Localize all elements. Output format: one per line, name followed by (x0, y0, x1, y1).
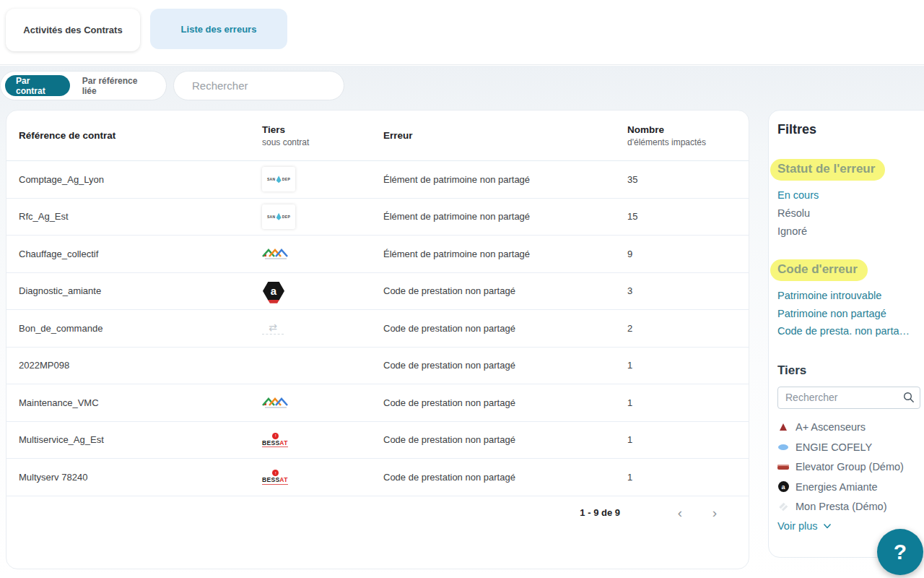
tiers-item[interactable]: Mon Presta (Démo) (777, 497, 924, 517)
table-header-row: Référence de contrat Tiers sous contrat … (6, 111, 749, 161)
tiers-logo-cell: ⇄ (262, 322, 383, 335)
pagination-range-label: 1 - 9 de 9 (580, 507, 620, 518)
count-cell: 1 (627, 397, 749, 408)
count-cell: 15 (627, 211, 749, 222)
column-subtitle: sous contrat (262, 137, 383, 148)
chevron-down-icon (823, 523, 832, 530)
errors-table-card: Référence de contrat Tiers sous contrat … (6, 110, 749, 569)
filter-item[interactable]: Code de presta. non parta… (777, 322, 923, 340)
error-cell: Code de prestation non partagé (383, 285, 627, 296)
toggle-label: Par référence liée (82, 76, 138, 96)
bessat-logo: ! BESSAT (262, 433, 288, 448)
error-cell: Code de prestation non partagé (383, 360, 627, 371)
tiers-item-label: Elevator Group (Démo) (796, 461, 904, 473)
filter-item[interactable]: En cours (777, 186, 924, 204)
tiers-logo-cell (262, 397, 383, 408)
search-input[interactable] (192, 79, 336, 92)
table-row[interactable]: Maintenance_VMC Code de prestation non p… (6, 384, 749, 422)
error-cell: Code de prestation non partagé (383, 323, 627, 334)
contract-reference-cell: Diagnostic_amiante (19, 285, 262, 296)
filter-item[interactable]: Patrimoine non partagé (777, 305, 923, 323)
toggle-par-contrat[interactable]: Par contrat (5, 75, 70, 96)
filter-item-label: Patrimoine non partagé (777, 308, 886, 319)
contract-reference-cell: Chauffage_collectif (19, 249, 262, 259)
filter-item[interactable]: Ignoré (777, 223, 924, 241)
contract-reference-cell: 2022MP098 (19, 360, 262, 371)
amiante-hex-logo: a (262, 280, 285, 302)
filter-item[interactable]: Patrimoine introuvable (777, 287, 923, 305)
tiers-item[interactable]: A+ Ascenseurs (777, 418, 924, 438)
table-row[interactable]: Chauffage_collectif Élément de patrimoin… (6, 236, 749, 273)
filter-item-label: Code de presta. non parta… (777, 325, 910, 337)
tiers-item-label: Mon Presta (Démo) (796, 501, 887, 512)
table-row[interactable]: Multiservice_Ag_Est ! BESSAT Code de pre… (6, 422, 749, 460)
status-error-section-title: Statut de l'erreur (770, 159, 885, 181)
monpresta-logo-icon (779, 502, 788, 511)
contract-reference-cell: Comptage_Ag_Lyon (19, 174, 262, 185)
table-row[interactable]: Multyserv 78240 ! BESSAT Code de prestat… (6, 459, 749, 496)
count-cell: 3 (627, 285, 749, 296)
tiers-logo-cell: a (262, 280, 383, 302)
error-cell: Élément de patrimoine non partagé (383, 211, 627, 222)
error-cell: Code de prestation non partagé (383, 472, 627, 483)
contract-reference-cell: Bon_de_commande (19, 323, 262, 334)
error-cell: Élément de patrimoine non partagé (383, 174, 627, 185)
table-row[interactable]: Comptage_Ag_Lyon SAN DEP Élément de patr… (6, 161, 749, 199)
filters-title: Filtres (777, 122, 924, 137)
column-header-nombre: Nombre d'éléments impactés (627, 124, 749, 148)
count-cell: 2 (627, 323, 749, 334)
bessat-logo: ! BESSAT (262, 470, 288, 485)
tab-label: Liste des erreurs (181, 24, 257, 35)
count-cell: 35 (627, 174, 749, 185)
tiers-item-label: ENGIE COFELY (796, 441, 872, 453)
code-error-section-title: Code d'erreur (770, 259, 868, 281)
sandep-logo: SAN DEP (262, 204, 295, 229)
aplus-logo-icon (780, 423, 787, 431)
table-row[interactable]: Bon_de_commande ⇄ Code de prestation non… (6, 310, 749, 348)
column-header-reference: Référence de contrat (19, 129, 262, 142)
tiers-search-input[interactable] (777, 387, 920, 409)
pagination-next-button[interactable]: › (702, 501, 727, 525)
tiers-search (777, 387, 920, 409)
voir-plus-label: Voir plus (777, 520, 818, 532)
tiers-item[interactable]: a Energies Amiante (777, 477, 924, 497)
tiers-item[interactable]: ENGIE COFELY (777, 437, 924, 457)
tab-activites-des-contrats[interactable]: Activités des Contrats (6, 9, 140, 51)
filter-item[interactable]: Résolu (777, 204, 924, 223)
sandep-logo: SAN DEP (262, 167, 295, 191)
pagination: 1 - 9 de 9 ‹ › (6, 499, 749, 527)
table-row[interactable]: Rfc_Ag_Est SAN DEP Élément de patrimoine… (6, 199, 749, 236)
count-cell: 1 (627, 360, 749, 371)
elevator-logo-icon (777, 465, 789, 470)
tiers-logo-cell: ! BESSAT (262, 433, 383, 448)
contract-reference-cell: Maintenance_VMC (19, 397, 262, 408)
tab-liste-des-erreurs[interactable]: Liste des erreurs (150, 9, 287, 49)
column-title: Nombre (627, 124, 749, 136)
table-row[interactable]: Diagnostic_amiante a Code de prestation … (6, 273, 749, 311)
help-icon: ? (894, 540, 907, 564)
error-cell: Code de prestation non partagé (383, 397, 627, 408)
toggle-label: Par contrat (16, 76, 59, 96)
pagination-prev-button[interactable]: ‹ (668, 501, 692, 525)
tiers-logo-cell: ! BESSAT (262, 470, 383, 485)
filter-item-label: Ignoré (777, 225, 807, 237)
search-icon (903, 392, 915, 403)
filter-item-label: En cours (777, 189, 819, 201)
tab-label: Activités des Contrats (23, 25, 122, 35)
tiers-list: A+ Ascenseurs ENGIE COFELY Elevator Grou… (777, 418, 924, 517)
table-row[interactable]: 2022MP098 Code de prestation non partagé… (6, 348, 749, 385)
column-subtitle: d'éléments impactés (627, 137, 749, 148)
help-button[interactable]: ? (877, 529, 923, 575)
filter-item-label: Patrimoine introuvable (777, 290, 881, 301)
count-cell: 1 (627, 472, 749, 483)
faint-arrows-logo: ⇄ (262, 322, 284, 335)
column-header-erreur: Erreur (383, 129, 627, 142)
column-title: Erreur (383, 129, 627, 142)
toggle-par-reference-liee[interactable]: Par référence liée (70, 76, 166, 96)
tiers-section-title: Tiers (777, 363, 924, 378)
tiers-item-label: Energies Amiante (796, 481, 878, 493)
filters-panel: Filtres Statut de l'erreur En cours Réso… (768, 110, 924, 558)
contract-reference-cell: Rfc_Ag_Est (19, 211, 262, 222)
error-cell: Code de prestation non partagé (383, 434, 627, 445)
tiers-item[interactable]: Elevator Group (Démo) (777, 457, 924, 478)
